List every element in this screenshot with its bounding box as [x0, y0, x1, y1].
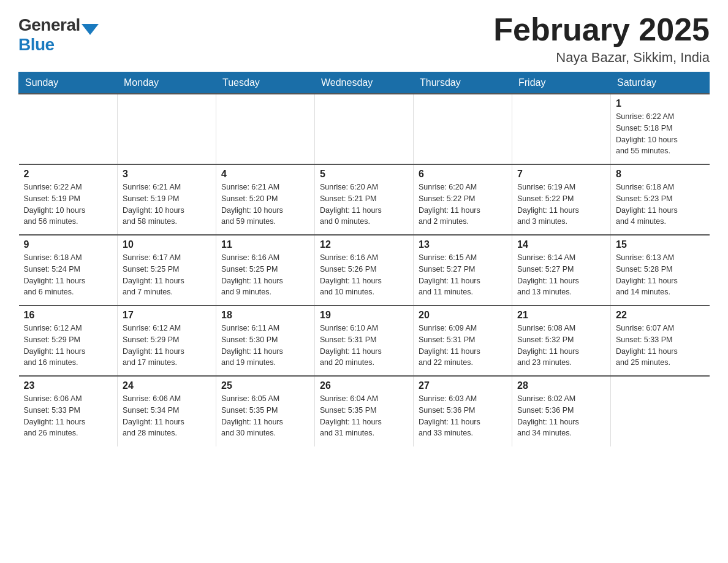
- calendar-cell: 28Sunrise: 6:02 AM Sunset: 5:36 PM Dayli…: [512, 376, 611, 446]
- calendar-cell: 10Sunrise: 6:17 AM Sunset: 5:25 PM Dayli…: [118, 235, 216, 305]
- day-number: 1: [616, 98, 705, 109]
- day-number: 17: [123, 310, 211, 321]
- calendar-cell: 17Sunrise: 6:12 AM Sunset: 5:29 PM Dayli…: [118, 305, 216, 376]
- day-number: 20: [419, 310, 507, 321]
- calendar-week-row-3: 9Sunrise: 6:18 AM Sunset: 5:24 PM Daylig…: [19, 235, 710, 305]
- calendar-cell: 21Sunrise: 6:08 AM Sunset: 5:32 PM Dayli…: [512, 305, 611, 376]
- day-number: 14: [517, 239, 605, 250]
- calendar-cell: 14Sunrise: 6:14 AM Sunset: 5:27 PM Dayli…: [512, 235, 611, 305]
- day-number: 10: [123, 239, 211, 250]
- day-number: 18: [221, 310, 309, 321]
- calendar-cell: 20Sunrise: 6:09 AM Sunset: 5:31 PM Dayli…: [414, 305, 512, 376]
- logo-general-text: General: [18, 15, 80, 35]
- day-number: 12: [320, 239, 408, 250]
- day-info: Sunrise: 6:16 AM Sunset: 5:25 PM Dayligh…: [221, 252, 309, 298]
- day-number: 23: [24, 380, 113, 391]
- day-info: Sunrise: 6:11 AM Sunset: 5:30 PM Dayligh…: [221, 323, 309, 369]
- day-number: 6: [419, 169, 507, 180]
- calendar-cell: 24Sunrise: 6:06 AM Sunset: 5:34 PM Dayli…: [118, 376, 216, 446]
- day-number: 19: [320, 310, 408, 321]
- weekday-header-row: SundayMondayTuesdayWednesdayThursdayFrid…: [19, 72, 710, 94]
- calendar-cell: 18Sunrise: 6:11 AM Sunset: 5:30 PM Dayli…: [216, 305, 315, 376]
- day-info: Sunrise: 6:20 AM Sunset: 5:21 PM Dayligh…: [320, 182, 408, 228]
- calendar-cell: 5Sunrise: 6:20 AM Sunset: 5:21 PM Daylig…: [315, 164, 414, 235]
- logo-triangle-icon: [82, 24, 99, 35]
- calendar-table: SundayMondayTuesdayWednesdayThursdayFrid…: [18, 72, 710, 446]
- weekday-header-thursday: Thursday: [414, 72, 512, 94]
- day-number: 27: [419, 380, 507, 391]
- weekday-header-tuesday: Tuesday: [216, 72, 315, 94]
- logo-blue-text: Blue: [18, 35, 55, 55]
- calendar-title: February 2025: [493, 12, 710, 47]
- day-number: 4: [221, 169, 309, 180]
- calendar-cell: 8Sunrise: 6:18 AM Sunset: 5:23 PM Daylig…: [611, 164, 710, 235]
- day-info: Sunrise: 6:12 AM Sunset: 5:29 PM Dayligh…: [24, 323, 113, 369]
- day-info: Sunrise: 6:22 AM Sunset: 5:18 PM Dayligh…: [616, 111, 705, 157]
- calendar-cell: 3Sunrise: 6:21 AM Sunset: 5:19 PM Daylig…: [118, 164, 216, 235]
- weekday-header-friday: Friday: [512, 72, 611, 94]
- day-number: 24: [123, 380, 211, 391]
- calendar-cell: 12Sunrise: 6:16 AM Sunset: 5:26 PM Dayli…: [315, 235, 414, 305]
- day-number: 9: [24, 239, 113, 250]
- day-info: Sunrise: 6:10 AM Sunset: 5:31 PM Dayligh…: [320, 323, 408, 369]
- day-info: Sunrise: 6:06 AM Sunset: 5:33 PM Dayligh…: [24, 393, 113, 439]
- day-info: Sunrise: 6:14 AM Sunset: 5:27 PM Dayligh…: [517, 252, 605, 298]
- calendar-cell: 7Sunrise: 6:19 AM Sunset: 5:22 PM Daylig…: [512, 164, 611, 235]
- day-number: 11: [221, 239, 309, 250]
- day-number: 13: [419, 239, 507, 250]
- calendar-cell: 19Sunrise: 6:10 AM Sunset: 5:31 PM Dayli…: [315, 305, 414, 376]
- weekday-header-monday: Monday: [118, 72, 216, 94]
- calendar-week-row-4: 16Sunrise: 6:12 AM Sunset: 5:29 PM Dayli…: [19, 305, 710, 376]
- day-info: Sunrise: 6:18 AM Sunset: 5:24 PM Dayligh…: [24, 252, 113, 298]
- day-info: Sunrise: 6:21 AM Sunset: 5:19 PM Dayligh…: [123, 182, 211, 228]
- day-number: 22: [616, 310, 705, 321]
- weekday-header-saturday: Saturday: [611, 72, 710, 94]
- calendar-cell: [611, 376, 710, 446]
- day-info: Sunrise: 6:02 AM Sunset: 5:36 PM Dayligh…: [517, 393, 605, 439]
- day-info: Sunrise: 6:21 AM Sunset: 5:20 PM Dayligh…: [221, 182, 309, 228]
- day-info: Sunrise: 6:18 AM Sunset: 5:23 PM Dayligh…: [616, 182, 705, 228]
- calendar-cell: 1Sunrise: 6:22 AM Sunset: 5:18 PM Daylig…: [611, 94, 710, 164]
- day-info: Sunrise: 6:04 AM Sunset: 5:35 PM Dayligh…: [320, 393, 408, 439]
- day-info: Sunrise: 6:08 AM Sunset: 5:32 PM Dayligh…: [517, 323, 605, 369]
- day-number: 26: [320, 380, 408, 391]
- calendar-cell: [315, 94, 414, 164]
- calendar-cell: 15Sunrise: 6:13 AM Sunset: 5:28 PM Dayli…: [611, 235, 710, 305]
- calendar-cell: [512, 94, 611, 164]
- day-number: 25: [221, 380, 309, 391]
- day-info: Sunrise: 6:03 AM Sunset: 5:36 PM Dayligh…: [419, 393, 507, 439]
- day-number: 16: [24, 310, 113, 321]
- calendar-cell: [216, 94, 315, 164]
- day-number: 21: [517, 310, 605, 321]
- calendar-cell: 13Sunrise: 6:15 AM Sunset: 5:27 PM Dayli…: [414, 235, 512, 305]
- calendar-week-row-2: 2Sunrise: 6:22 AM Sunset: 5:19 PM Daylig…: [19, 164, 710, 235]
- calendar-cell: [19, 94, 118, 164]
- calendar-cell: 2Sunrise: 6:22 AM Sunset: 5:19 PM Daylig…: [19, 164, 118, 235]
- day-info: Sunrise: 6:09 AM Sunset: 5:31 PM Dayligh…: [419, 323, 507, 369]
- day-number: 5: [320, 169, 408, 180]
- calendar-week-row-5: 23Sunrise: 6:06 AM Sunset: 5:33 PM Dayli…: [19, 376, 710, 446]
- day-info: Sunrise: 6:20 AM Sunset: 5:22 PM Dayligh…: [419, 182, 507, 228]
- weekday-header-wednesday: Wednesday: [315, 72, 414, 94]
- day-info: Sunrise: 6:16 AM Sunset: 5:26 PM Dayligh…: [320, 252, 408, 298]
- calendar-cell: 27Sunrise: 6:03 AM Sunset: 5:36 PM Dayli…: [414, 376, 512, 446]
- day-number: 15: [616, 239, 705, 250]
- day-info: Sunrise: 6:22 AM Sunset: 5:19 PM Dayligh…: [24, 182, 113, 228]
- calendar-week-row-1: 1Sunrise: 6:22 AM Sunset: 5:18 PM Daylig…: [19, 94, 710, 164]
- calendar-cell: 4Sunrise: 6:21 AM Sunset: 5:20 PM Daylig…: [216, 164, 315, 235]
- weekday-header-sunday: Sunday: [19, 72, 118, 94]
- calendar-cell: [414, 94, 512, 164]
- day-number: 28: [517, 380, 605, 391]
- logo: General Blue: [18, 15, 99, 55]
- day-info: Sunrise: 6:12 AM Sunset: 5:29 PM Dayligh…: [123, 323, 211, 369]
- calendar-cell: 23Sunrise: 6:06 AM Sunset: 5:33 PM Dayli…: [19, 376, 118, 446]
- calendar-subtitle: Naya Bazar, Sikkim, India: [493, 50, 710, 66]
- title-section: February 2025 Naya Bazar, Sikkim, India: [493, 12, 710, 66]
- day-info: Sunrise: 6:17 AM Sunset: 5:25 PM Dayligh…: [123, 252, 211, 298]
- page-header: General Blue February 2025 Naya Bazar, S…: [18, 12, 710, 66]
- calendar-cell: 6Sunrise: 6:20 AM Sunset: 5:22 PM Daylig…: [414, 164, 512, 235]
- day-number: 8: [616, 169, 705, 180]
- calendar-cell: 16Sunrise: 6:12 AM Sunset: 5:29 PM Dayli…: [19, 305, 118, 376]
- day-number: 7: [517, 169, 605, 180]
- day-number: 2: [24, 169, 113, 180]
